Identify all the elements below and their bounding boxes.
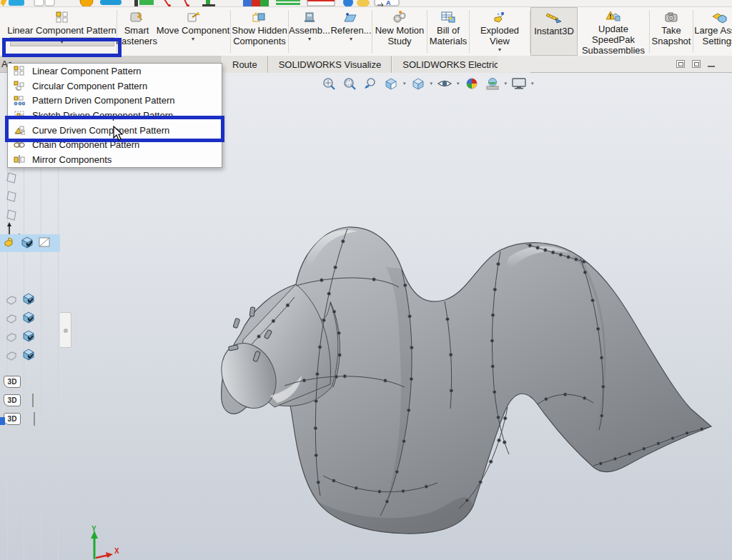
minimize-window-icon[interactable] xyxy=(708,66,715,67)
fastener-rivet xyxy=(320,279,323,282)
ribbon-button-label: Referen... xyxy=(330,25,371,36)
solidworks-window: A Linear Component Pattern ▾ Smart Faste… xyxy=(0,0,732,560)
dropdown-caret[interactable]: ▾ xyxy=(308,36,311,44)
fastener-rivet xyxy=(315,372,319,376)
ribbon-button-label: Update SpeedPak Subassemblies xyxy=(578,24,649,56)
ribbon-button-bill-of-materials[interactable]: Bill of Materials xyxy=(427,7,469,56)
fastener-rivet xyxy=(355,486,358,490)
plane-white-icon xyxy=(37,235,51,252)
circular-pattern-icon xyxy=(13,80,26,91)
ribbon-button-reference[interactable]: Referen... ▾ xyxy=(330,7,372,56)
instant3d-icon xyxy=(545,10,563,26)
component-row[interactable] xyxy=(6,310,36,329)
fastener-rivet xyxy=(335,375,338,379)
part-icon xyxy=(3,235,17,252)
tab-route[interactable]: Route xyxy=(222,56,268,73)
fastener-rivet xyxy=(479,480,483,484)
ribbon-button-new-motion-study[interactable]: New Motion Study xyxy=(372,7,427,56)
fastener-rivet xyxy=(503,441,506,444)
3d-sketch-icon[interactable]: 3D xyxy=(4,394,21,406)
fastener-rivet xyxy=(601,385,605,389)
component-row[interactable] xyxy=(6,347,36,366)
restore-window-icon[interactable] xyxy=(692,60,701,68)
3d-sketch-icon[interactable]: 3D xyxy=(4,413,21,425)
fastener-rivet xyxy=(582,260,585,264)
ribbon-button-large-assembly-settings[interactable]: Large Asser Settings xyxy=(693,7,732,56)
chain-pattern-icon xyxy=(13,139,26,151)
sketch-checkbox[interactable] xyxy=(34,412,35,426)
fastener-rivet xyxy=(449,353,452,356)
tab-solidworks-visualize[interactable]: SOLIDWORKS Visualize xyxy=(268,56,392,73)
menu-item-circular-component-pattern[interactable]: Circular Component Pattern xyxy=(8,79,222,94)
linear-component-pattern-icon xyxy=(56,9,69,25)
ribbon-button-label: Take Snapshot xyxy=(650,25,693,46)
fastener-rivet xyxy=(257,335,261,339)
fastener-rivet xyxy=(327,292,331,296)
ribbon-button-label: Move Component xyxy=(157,25,230,36)
ribbon-button-instant3d[interactable]: Instant3D xyxy=(530,7,578,56)
view-settings-icon[interactable] xyxy=(510,76,528,91)
feature-tree-selected-row[interactable] xyxy=(0,234,60,252)
fastener-rivet xyxy=(338,354,342,357)
ribbon-button-label: Assemb... xyxy=(289,25,330,36)
plane-icon[interactable] xyxy=(6,190,17,206)
sketch-checkbox[interactable] xyxy=(32,394,34,407)
edit-appearance-icon[interactable] xyxy=(463,76,480,91)
apply-scene-icon[interactable] xyxy=(484,76,501,91)
zoom-to-fit-icon[interactable] xyxy=(320,76,337,91)
ribbon-button-take-snapshot[interactable]: Take Snapshot xyxy=(650,7,693,56)
fastener-rivet xyxy=(551,251,555,254)
dropdown-caret[interactable]: ▾ xyxy=(350,36,352,44)
fastener-rivet xyxy=(493,288,497,291)
ribbon-button-label: Smart Fasteners xyxy=(116,25,157,46)
component-row[interactable] xyxy=(6,291,36,310)
dropdown-caret[interactable]: ▾ xyxy=(498,46,501,55)
menu-item-mirror-components[interactable]: Mirror Components xyxy=(8,152,222,167)
menu-item-linear-component-pattern[interactable]: Linear Component Pattern xyxy=(8,64,222,79)
fastener-rivet xyxy=(567,255,570,259)
menu-item-sketch-driven-component-pattern[interactable]: Sketch Driven Component Pattern xyxy=(8,108,222,123)
fastener-rivet xyxy=(337,331,341,335)
document-window-controls xyxy=(676,60,715,68)
ribbon-button-smart-fasteners[interactable]: Smart Fasteners xyxy=(117,7,156,56)
fastener-rivet xyxy=(410,377,413,381)
fastener-rivet xyxy=(528,244,532,247)
bill-of-materials-icon xyxy=(440,9,456,25)
ribbon-button-update-speedpak[interactable]: Update SpeedPak Subassemblies xyxy=(578,7,649,56)
ribbon-button-linear-component-pattern[interactable]: Linear Component Pattern ▾ xyxy=(7,7,117,56)
ribbon-button-exploded-view[interactable]: Exploded View ▾ xyxy=(470,7,530,56)
fastener-rivet xyxy=(657,441,661,445)
cutoff-toolbar-icons: A xyxy=(0,0,415,6)
fastener-rivet xyxy=(402,439,406,443)
update-speedpak-icon xyxy=(605,9,621,24)
zoom-to-area-icon[interactable] xyxy=(341,76,358,91)
component-row[interactable] xyxy=(6,329,36,347)
feature-tree-splitter-handle[interactable] xyxy=(60,312,71,348)
fastener-rivet xyxy=(596,327,600,331)
fastener-rivet xyxy=(493,390,496,394)
fastener-rivet xyxy=(378,490,382,494)
ribbon-button-assembly[interactable]: Assemb... ▾ xyxy=(289,7,330,56)
fastener-rivet xyxy=(583,271,587,274)
ribbon-button-show-hidden-components[interactable]: Show Hidden Components xyxy=(231,7,288,56)
fastener-rivet xyxy=(491,314,495,317)
exploded-view-icon xyxy=(492,9,508,25)
fastener-rivet xyxy=(574,258,578,261)
view-orientation-icon[interactable] xyxy=(410,76,427,91)
fastener-rivet xyxy=(498,439,501,442)
section-view-icon[interactable] xyxy=(382,76,400,91)
menu-item-pattern-driven-component-pattern[interactable]: Pattern Driven Component Pattern xyxy=(8,93,222,108)
fastener-rivet xyxy=(341,240,345,244)
dropdown-caret[interactable]: ▾ xyxy=(192,36,194,44)
previous-view-icon[interactable] xyxy=(362,76,379,91)
ribbon-button-move-component[interactable]: Move Component ▾ xyxy=(156,7,230,56)
fastener-rivet xyxy=(591,299,595,302)
restore-window-icon[interactable] xyxy=(676,60,685,68)
linear-pattern-dropdown-strip[interactable]: ▾ xyxy=(10,37,114,46)
plane-icon[interactable] xyxy=(6,171,17,187)
assembly-icon xyxy=(302,9,317,25)
hide-show-items-icon[interactable] xyxy=(436,76,453,91)
fastener-rivet xyxy=(613,457,617,461)
fastener-rivet xyxy=(536,246,540,249)
3d-sketch-icon[interactable]: 3D xyxy=(4,376,21,388)
